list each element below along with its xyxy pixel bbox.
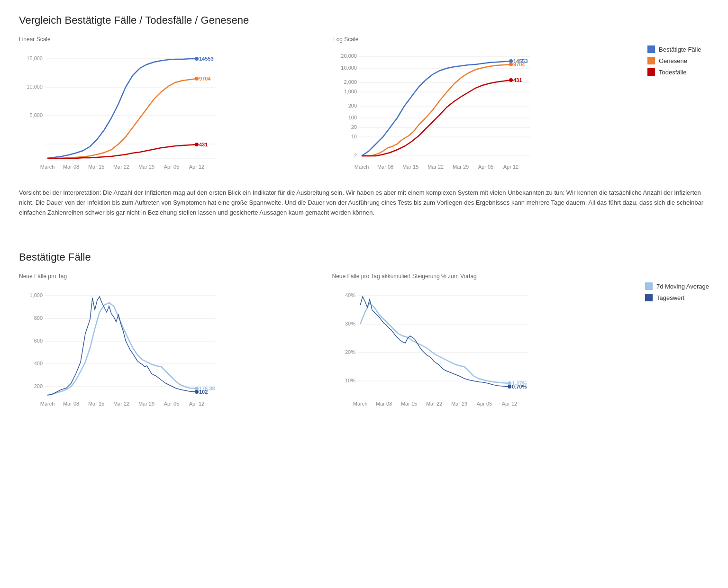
- log-chart: 20,000 10,000 2,000 1,000 200 100 20 10 …: [333, 45, 537, 177]
- pct-y-40: 40%: [345, 292, 355, 298]
- section2-charts-row: Neue Fälle pro Tag 1,000 800 600 400 200…: [19, 273, 709, 416]
- pct-y-20: 20%: [345, 349, 355, 355]
- log-x-mar15: Mar 15: [402, 164, 419, 170]
- section1-legend: Bestätigte Fälle Genesene Todesfälle: [647, 36, 709, 76]
- x-label-mar08: Mar 08: [63, 164, 79, 170]
- x-label-apr05: Apr 05: [164, 164, 179, 170]
- pct-x-apr05: Apr 05: [477, 401, 492, 407]
- log-todesfaelle-dot: [509, 78, 513, 82]
- legend-label-todesfaelle: Todesfälle: [659, 69, 687, 76]
- day-y-200: 200: [34, 383, 43, 389]
- linear-chart: 15,000 10,000 5,000 March Mar 08 Mar 15 …: [19, 45, 223, 177]
- log-y-1000: 1,000: [344, 89, 357, 94]
- genesene-value: 9704: [199, 76, 211, 81]
- legend-label-tageswert: Tageswert: [656, 294, 684, 301]
- bestaetigt-value: 14553: [199, 56, 214, 62]
- log-y-20000: 20,000: [341, 53, 357, 59]
- log-y-2000: 2,000: [344, 79, 357, 85]
- x-label-mar29: Mar 29: [138, 164, 155, 170]
- bestaetigt-line: [47, 59, 197, 158]
- section-bestaetigt: Bestätigte Fälle Neue Fälle pro Tag 1,00…: [19, 251, 709, 416]
- linear-chart-label: Linear Scale: [19, 36, 324, 43]
- daily-new-chart: 1,000 800 600 400 200 176.88 102 March M…: [19, 281, 223, 414]
- day-x-apr05: Apr 05: [164, 401, 179, 407]
- legend-item-bestaetigt: Bestätigte Fälle: [647, 45, 709, 53]
- log-chart-container: Log Scale 20,000 10,000 2,000 1,000 200 …: [333, 36, 638, 179]
- log-bestaetigt-dot: [509, 59, 513, 63]
- section-vergleich: Vergleich Bestätigte Fälle / Todesfälle …: [19, 14, 709, 232]
- pct-x-mar08: Mar 08: [376, 401, 392, 407]
- pct-moving-avg-line: [360, 303, 510, 383]
- log-y-10000: 10,000: [341, 65, 357, 71]
- pct-tageswert-dot: [508, 385, 511, 389]
- day-y-400: 400: [34, 361, 43, 366]
- day-y-800: 800: [34, 315, 43, 321]
- day-x-mar22: Mar 22: [113, 401, 129, 407]
- legend-item-genesene: Genesene: [647, 57, 709, 64]
- log-y-100: 100: [348, 115, 357, 120]
- x-label-mar22: Mar 22: [113, 164, 129, 170]
- comparison-charts-row: Linear Scale 15,000 10,000 5,000 March M…: [19, 36, 709, 179]
- pct-x-mar29: Mar 29: [451, 401, 467, 407]
- log-bestaetigt-line: [362, 61, 511, 156]
- log-x-apr05: Apr 05: [478, 164, 493, 170]
- log-x-apr12: Apr 12: [503, 164, 519, 170]
- section1-title: Vergleich Bestätigte Fälle / Todesfälle …: [19, 14, 709, 27]
- pct-chart: 40% 30% 20% 10% 1.27% 0.70% March Mar 08…: [332, 281, 536, 414]
- legend-label-genesene: Genesene: [659, 57, 687, 64]
- x-label-mar15: Mar 15: [88, 164, 104, 170]
- log-y-200: 200: [348, 103, 357, 109]
- y-label-5000: 5,000: [29, 112, 43, 118]
- legend-box-moving-avg: [645, 282, 653, 290]
- day-x-mar15: Mar 15: [88, 401, 104, 407]
- x-label-march: March: [40, 164, 55, 170]
- log-chart-label: Log Scale: [333, 36, 638, 43]
- legend-box-tageswert: [645, 294, 653, 301]
- tageswert-value: 102: [199, 389, 208, 395]
- legend-box-genesene: [647, 57, 655, 64]
- pct-y-10: 10%: [345, 378, 355, 383]
- log-todesfaelle-value: 431: [513, 77, 522, 83]
- log-genesene-line: [362, 64, 511, 156]
- legend-box-todesfaelle: [647, 68, 655, 76]
- section2-legend: 7d Moving Average Tageswert: [645, 273, 709, 301]
- log-genesene-dot: [509, 63, 513, 66]
- section2-title: Bestätigte Fälle: [19, 251, 709, 263]
- day-x-mar29: Mar 29: [138, 401, 155, 407]
- pct-moving-avg-dot: [508, 381, 511, 385]
- day-y-600: 600: [34, 338, 43, 344]
- todesfaelle-line: [47, 145, 197, 158]
- x-label-apr12: Apr 12: [189, 164, 204, 170]
- log-x-mar08: Mar 08: [377, 164, 393, 170]
- day-x-apr12: Apr 12: [189, 401, 204, 407]
- day-x-mar08: Mar 08: [63, 401, 79, 407]
- interpretation-text: Vorsicht bei der Interpretation: Die Anz…: [19, 188, 709, 232]
- pct-tageswert-value: 0.70%: [512, 384, 527, 389]
- log-y-2: 2: [354, 153, 357, 158]
- pct-x-mar15: Mar 15: [401, 401, 417, 407]
- pct-x-march: March: [353, 401, 368, 407]
- log-x-march: March: [355, 164, 369, 170]
- genesene-dot: [195, 77, 199, 81]
- todesfaelle-value: 431: [199, 142, 208, 147]
- daily-new-chart-label: Neue Fälle pro Tag: [19, 273, 322, 280]
- legend-item-moving-avg: 7d Moving Average: [645, 282, 709, 290]
- todesfaelle-dot: [195, 143, 199, 146]
- tageswert-dot: [195, 390, 199, 394]
- pct-tageswert-line: [360, 297, 510, 387]
- log-y-20: 20: [351, 124, 357, 130]
- log-x-mar29: Mar 29: [453, 164, 469, 170]
- legend-item-todesfaelle: Todesfälle: [647, 68, 709, 76]
- legend-item-tageswert: Tageswert: [645, 294, 709, 301]
- moving-avg-line: [47, 303, 197, 395]
- moving-avg-dot: [195, 387, 199, 390]
- day-x-march: March: [40, 401, 55, 407]
- linear-chart-container: Linear Scale 15,000 10,000 5,000 March M…: [19, 36, 324, 179]
- legend-box-bestaetigt: [647, 45, 655, 53]
- pct-y-30: 30%: [345, 321, 355, 326]
- pct-chart-container: Neue Fälle pro Tag akkumuliert Steigerun…: [332, 273, 635, 416]
- daily-new-chart-container: Neue Fälle pro Tag 1,000 800 600 400 200…: [19, 273, 322, 416]
- log-x-mar22: Mar 22: [428, 164, 444, 170]
- y-label-10000: 10,000: [27, 84, 43, 90]
- log-y-10: 10: [351, 134, 357, 139]
